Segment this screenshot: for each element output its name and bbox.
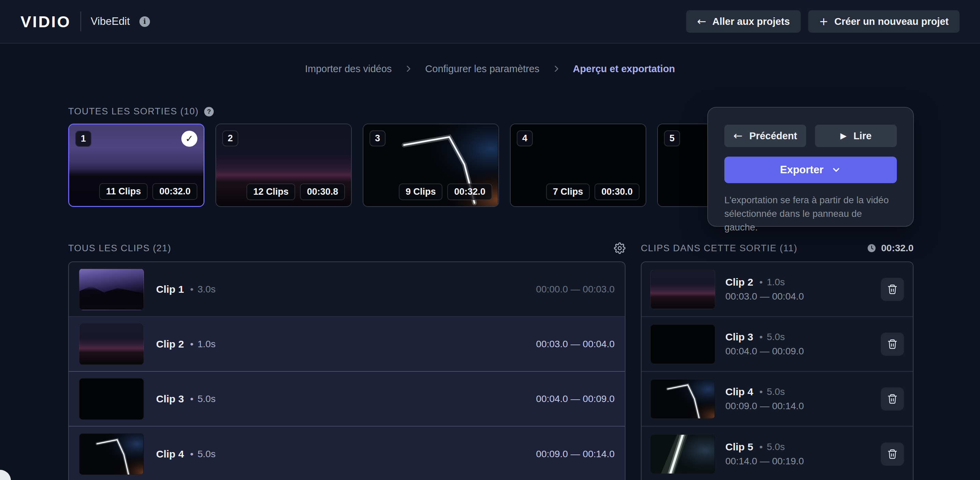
clip-row-3[interactable]: Clip 3 • 5.0s 00:04.0 — 00:09.0 [69, 372, 625, 426]
export-panel: ← Précédent ▶ Lire Exporter L'exportatio… [707, 107, 914, 227]
clip-name: Clip 3 [725, 331, 753, 343]
clip-duration: 5.0s [767, 387, 785, 397]
plus-icon: + [819, 16, 828, 27]
trash-icon [886, 393, 898, 405]
clip-time-range: 00:09.0 — 00:14.0 [725, 401, 804, 412]
output-card-2[interactable]: 2 12 Clips 00:30.8 [215, 124, 352, 207]
create-project-button[interactable]: + Créer un nouveau projet [808, 10, 959, 33]
trash-icon [886, 284, 898, 295]
clip-lists: TOUS LES CLIPS (21) Clip 1 • 3.0s 00:00.… [68, 242, 913, 480]
bullet-icon: • [190, 284, 194, 295]
export-button[interactable]: Exporter [724, 157, 897, 183]
all-clips-section: TOUS LES CLIPS (21) Clip 1 • 3.0s 00:00.… [68, 242, 625, 480]
chevron-right-icon [404, 64, 413, 73]
chevron-right-icon [552, 64, 561, 73]
play-label: Lire [854, 130, 872, 142]
topbar-brand: VIDIO VibeEdit i [21, 11, 150, 31]
breadcrumb-step-configure[interactable]: Configurer les paramètres [425, 63, 539, 74]
clip-time-range: 00:00.0 — 00:03.0 [536, 284, 614, 295]
clip-time-range: 00:04.0 — 00:09.0 [536, 393, 614, 404]
arrow-left-icon: ← [697, 16, 706, 27]
delete-clip-button[interactable] [881, 387, 904, 410]
card-badges: 11 Clips 00:32.0 [99, 183, 197, 200]
output-card-3[interactable]: 3 9 Clips 00:32.0 [363, 124, 499, 207]
clip-thumbnail [651, 434, 715, 474]
clips-count-badge: 11 Clips [99, 183, 148, 200]
clip-thumbnail [79, 269, 144, 310]
duration-badge: 00:30.8 [300, 184, 345, 200]
clip-row-1[interactable]: Clip 1 • 3.0s 00:00.0 — 00:03.0 [69, 262, 625, 317]
play-icon: ▶ [840, 131, 846, 141]
breadcrumb-step-export[interactable]: Aperçu et exportation [573, 63, 675, 74]
create-project-label: Créer un nouveau projet [834, 16, 949, 27]
topbar: VIDIO VibeEdit i ← Aller aux projets + C… [0, 0, 980, 44]
light-streak-graphic [80, 434, 143, 475]
chevron-down-icon [831, 165, 841, 175]
breadcrumb: Importer des vidéos Configurer les param… [0, 59, 980, 79]
output-clip-row-3[interactable]: Clip 4 • 5.0s 00:09.0 — 00:14.0 [641, 372, 913, 426]
info-icon[interactable]: i [139, 16, 150, 27]
play-button[interactable]: ▶ Lire [815, 125, 897, 147]
clip-time-range: 00:14.0 — 00:19.0 [725, 456, 804, 467]
output-clip-row-2[interactable]: Clip 3 • 5.0s 00:04.0 — 00:09.0 [641, 317, 913, 372]
logo-divider [80, 11, 81, 31]
clip-thumbnail [651, 269, 715, 309]
clip-thumbnail [79, 378, 144, 420]
bullet-icon: • [759, 442, 763, 452]
light-streak-graphic [651, 435, 715, 474]
output-card-1[interactable]: 1 ✓ 11 Clips 00:32.0 [68, 124, 205, 207]
clip-name: Clip 3 [156, 393, 184, 405]
previous-button[interactable]: ← Précédent [724, 125, 806, 147]
clip-name: Clip 1 [156, 284, 184, 295]
clip-row-2[interactable]: Clip 2 • 1.0s 00:03.0 — 00:04.0 [69, 317, 625, 372]
export-note-line1: L'exportation se fera à partir de la vid… [724, 195, 889, 205]
clock-icon [867, 243, 877, 253]
output-clips-header: CLIPS DANS CETTE SORTIE (11) 00:32.0 [641, 242, 913, 255]
check-icon: ✓ [181, 131, 197, 147]
duration-badge: 00:32.0 [153, 183, 197, 200]
card-number-badge: 3 [369, 130, 385, 146]
help-icon[interactable]: ? [204, 107, 214, 116]
clip-time-range: 00:03.0 — 00:04.0 [536, 339, 614, 350]
bullet-icon: • [759, 277, 763, 288]
output-clip-row-4[interactable]: Clip 5 • 5.0s 00:14.0 — 00:19.0 [641, 426, 913, 480]
card-number-badge: 5 [664, 130, 680, 146]
clip-duration: 5.0s [198, 449, 216, 459]
all-clips-list: Clip 1 • 3.0s 00:00.0 — 00:03.0 Clip 2 •… [68, 261, 625, 480]
clip-name: Clip 4 [725, 386, 753, 398]
output-clips-list: Clip 2 • 1.0s 00:03.0 — 00:04.0 [641, 261, 913, 480]
card-badges: 12 Clips 00:30.8 [247, 184, 345, 200]
card-badges: 7 Clips 00:30.0 [546, 184, 640, 200]
output-clip-row-1[interactable]: Clip 2 • 1.0s 00:03.0 — 00:04.0 [641, 262, 913, 317]
go-to-projects-button[interactable]: ← Aller aux projets [686, 10, 801, 33]
output-total-duration: 00:32.0 [867, 243, 913, 253]
go-to-projects-label: Aller aux projets [713, 16, 790, 27]
export-label: Exporter [780, 164, 823, 176]
clip-duration: 1.0s [767, 277, 785, 288]
bullet-icon: • [190, 393, 194, 404]
all-clips-header: TOUS LES CLIPS (21) [68, 242, 625, 255]
clip-name: Clip 2 [725, 276, 753, 288]
delete-clip-button[interactable] [881, 333, 904, 356]
clip-info: Clip 4 • 5.0s 00:09.0 — 00:14.0 [725, 386, 804, 412]
export-note: L'exportation se fera à partir de la vid… [724, 193, 897, 234]
clips-count-badge: 7 Clips [546, 184, 590, 200]
clip-time-range: 00:03.0 — 00:04.0 [725, 291, 804, 302]
vidio-logo: VIDIO [21, 12, 71, 31]
clip-time-range: 00:09.0 — 00:14.0 [536, 449, 614, 459]
delete-clip-button[interactable] [881, 442, 904, 466]
clip-row-4[interactable]: Clip 4 • 5.0s 00:09.0 — 00:14.0 [69, 426, 625, 480]
clips-count-badge: 9 Clips [399, 184, 443, 200]
delete-clip-button[interactable] [881, 278, 904, 301]
export-note-line2: sélectionnée dans le panneau de gauche. [724, 208, 862, 233]
clip-duration: 5.0s [767, 442, 785, 452]
clip-info: Clip 5 • 5.0s 00:14.0 — 00:19.0 [725, 441, 804, 467]
all-clips-title: TOUS LES CLIPS (21) [68, 243, 172, 253]
previous-label: Précédent [749, 130, 797, 142]
outputs-title: TOUTES LES SORTIES (10) [68, 106, 199, 117]
total-duration-value: 00:32.0 [881, 243, 913, 253]
output-card-4[interactable]: 4 7 Clips 00:30.0 [510, 124, 646, 207]
card-badges: 9 Clips 00:32.0 [399, 184, 492, 200]
gear-icon[interactable] [614, 242, 625, 254]
breadcrumb-step-import[interactable]: Importer des vidéos [305, 63, 392, 74]
